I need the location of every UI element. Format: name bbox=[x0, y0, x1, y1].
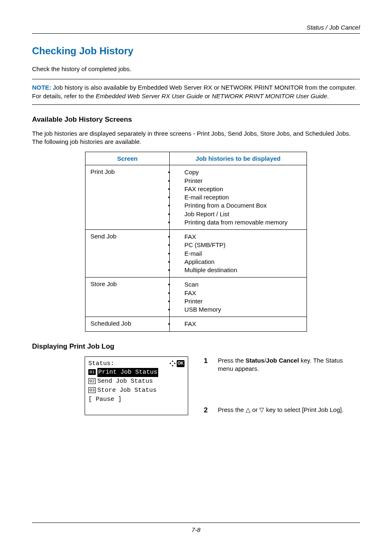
note-tail: . bbox=[327, 92, 329, 99]
table-row: Send Job FAX PC (SMB/FTP) E-mail Applica… bbox=[85, 230, 307, 278]
cell-screen: Scheduled Job bbox=[85, 317, 170, 331]
step-number: 1 bbox=[204, 356, 210, 373]
ok-icon: OK bbox=[177, 360, 184, 367]
lcd-num-badge: 01 bbox=[88, 369, 96, 375]
step-text-part: Press the bbox=[218, 357, 246, 364]
list-item: FAX bbox=[184, 233, 302, 241]
para-available-screens: The job histories are displayed separate… bbox=[32, 130, 360, 146]
lcd-column: Status: OK 01Print Job Status bbox=[32, 356, 188, 415]
lcd-softkey-row: [ Pause ] bbox=[88, 395, 184, 404]
key-name: Status bbox=[246, 357, 265, 364]
list-item: Job Report / List bbox=[184, 210, 302, 218]
list-item: FAX reception bbox=[184, 185, 302, 193]
lcd-row-2: 02Send Job Status bbox=[88, 377, 184, 386]
table-row: Store Job Scan FAX Printer USB Memory bbox=[85, 278, 307, 317]
triangle-up-icon: △ bbox=[246, 406, 251, 414]
step-text-part: or bbox=[251, 406, 260, 413]
col-head-screen: Screen bbox=[85, 152, 170, 165]
svg-marker-0 bbox=[172, 360, 173, 362]
cell-items: FAX bbox=[169, 317, 307, 331]
cell-screen: Print Job bbox=[85, 165, 170, 230]
page-footer: 7-8 bbox=[0, 523, 392, 534]
note-block: NOTE: Job history is also available by E… bbox=[32, 79, 360, 105]
list-item: Multiple destination bbox=[184, 266, 302, 274]
lcd-num-badge: 02 bbox=[88, 378, 96, 384]
note-italic-2: NETWORK PRINT MONITOR User Guide bbox=[212, 92, 327, 99]
col-head-histories: Job histories to be displayed bbox=[169, 152, 307, 165]
svg-marker-1 bbox=[172, 365, 173, 367]
key-name: Job Cancel bbox=[266, 357, 299, 364]
list-item: Scan bbox=[184, 280, 302, 289]
list-item: E-mail reception bbox=[184, 193, 302, 201]
step-2: 2 Press the △ or ▽ key to select [Print … bbox=[204, 406, 360, 415]
step-1: 1 Press the Status/Job Cancel key. The S… bbox=[204, 356, 360, 373]
list-item: Copy bbox=[184, 168, 302, 176]
list-item: FAX bbox=[184, 289, 302, 297]
lcd-selected-item: Print Job Status bbox=[97, 368, 158, 377]
note-mid: or bbox=[203, 92, 212, 99]
note-italic-1: Embedded Web Server RX User Guide bbox=[96, 92, 203, 99]
svg-marker-3 bbox=[174, 363, 176, 364]
screens-table-wrap: Screen Job histories to be displayed Pri… bbox=[32, 152, 360, 331]
header-rule bbox=[32, 33, 360, 34]
lcd-title-row: Status: OK bbox=[88, 359, 184, 368]
step-text-part: key to select [Print Job Log]. bbox=[264, 406, 344, 413]
lcd-title: Status: bbox=[88, 359, 114, 368]
lcd-item: Send Job Status bbox=[97, 378, 153, 385]
list-item: Application bbox=[184, 258, 302, 266]
lcd-row-1: 01Print Job Status bbox=[88, 368, 184, 377]
cell-items: FAX PC (SMB/FTP) E-mail Application Mult… bbox=[169, 230, 307, 278]
lcd-item: Store Job Status bbox=[97, 387, 157, 394]
running-header: Status / Job Cancel bbox=[32, 24, 360, 33]
list-item: Printing data from removable memory bbox=[184, 218, 302, 227]
subheading-available-screens: Available Job History Screens bbox=[32, 116, 360, 124]
list-item: Printing from a Document Box bbox=[184, 201, 302, 210]
list-item: Printer bbox=[184, 297, 302, 305]
list-item: USB Memory bbox=[184, 305, 302, 314]
lcd-panel: Status: OK 01Print Job Status bbox=[85, 356, 188, 415]
cell-items: Copy Printer FAX reception E-mail recept… bbox=[169, 165, 307, 230]
list-item: E-mail bbox=[184, 250, 302, 258]
table-row: Scheduled Job FAX bbox=[85, 317, 307, 331]
lcd-icons: OK bbox=[169, 360, 184, 367]
list-item: FAX bbox=[184, 320, 302, 328]
step-text: Press the △ or ▽ key to select [Print Jo… bbox=[218, 406, 344, 415]
cell-screen: Store Job bbox=[85, 278, 170, 317]
two-column-layout: Status: OK 01Print Job Status bbox=[32, 356, 360, 415]
step-text-part: Press the bbox=[218, 406, 246, 413]
step-number: 2 bbox=[204, 406, 210, 415]
triangle-down-icon: ▽ bbox=[259, 406, 264, 414]
step-text: Press the Status/Job Cancel key. The Sta… bbox=[218, 356, 360, 373]
list-item: PC (SMB/FTP) bbox=[184, 241, 302, 249]
list-item: Printer bbox=[184, 177, 302, 185]
page-number: 7-8 bbox=[191, 526, 201, 533]
steps-column: 1 Press the Status/Job Cancel key. The S… bbox=[204, 356, 360, 415]
svg-marker-2 bbox=[169, 363, 171, 364]
footer-rule bbox=[32, 523, 360, 523]
table-row: Print Job Copy Printer FAX reception E-m… bbox=[85, 165, 307, 230]
note-label: NOTE: bbox=[32, 84, 51, 91]
screens-table: Screen Job histories to be displayed Pri… bbox=[85, 152, 307, 331]
page-title: Checking Job History bbox=[32, 45, 360, 57]
lcd-row-3: 03Store Job Status bbox=[88, 386, 184, 395]
cell-items: Scan FAX Printer USB Memory bbox=[169, 278, 307, 317]
nav-arrows-icon bbox=[169, 360, 176, 367]
intro-text: Check the history of completed jobs. bbox=[32, 65, 360, 73]
subheading-print-job-log: Displaying Print Job Log bbox=[32, 342, 360, 351]
cell-screen: Send Job bbox=[85, 230, 170, 278]
lcd-num-badge: 03 bbox=[88, 387, 96, 393]
